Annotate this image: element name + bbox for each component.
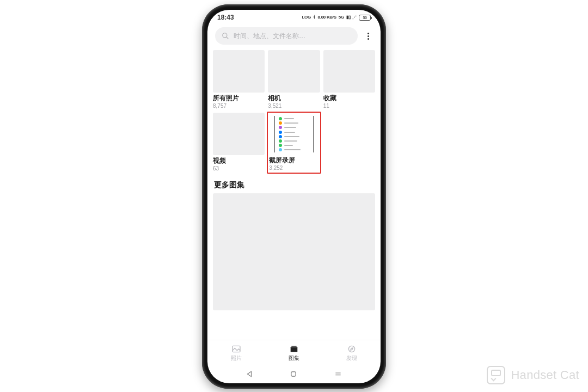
- svg-point-0: [223, 33, 227, 38]
- mini-text-line: [284, 149, 301, 150]
- mini-dot-icon: [279, 126, 282, 129]
- status-band: LOG: [302, 15, 310, 20]
- svg-point-5: [348, 346, 354, 352]
- album-thumb: [323, 50, 375, 93]
- mini-dot-icon: [279, 148, 282, 151]
- tab-label: 照片: [231, 354, 242, 362]
- wifi-icon: ⋰: [352, 15, 357, 20]
- nav-home-icon[interactable]: [290, 370, 297, 378]
- more-albums-block[interactable]: [213, 193, 375, 310]
- content-area: 所有照片 8,757 相机 3,521 收藏 11 视频: [207, 50, 381, 340]
- mini-dot-icon: [279, 121, 282, 125]
- tab-bar: 照片 图集 发现: [207, 340, 381, 367]
- album-count: 8,757: [213, 103, 265, 109]
- mini-text-line: [284, 122, 298, 124]
- search-input[interactable]: 时间、地点、文件名称…: [215, 27, 358, 45]
- album-grid-1: 所有照片 8,757 相机 3,521 收藏 11: [213, 50, 375, 109]
- album-thumb: [213, 113, 265, 155]
- signal-bars-icon: ▮▯: [346, 15, 350, 20]
- tab-label: 发现: [346, 354, 357, 362]
- discover-icon: [347, 345, 357, 353]
- watermark-text: Handset Cat: [511, 368, 579, 382]
- tab-discover[interactable]: 发现: [323, 340, 381, 367]
- svg-rect-3: [291, 347, 298, 352]
- mini-text-line: [284, 140, 297, 142]
- mini-list-row: [279, 126, 309, 129]
- album-screenshots[interactable]: 截屏录屏 3,252: [267, 112, 321, 174]
- album-title: 截屏录屏: [269, 156, 318, 165]
- mini-text-line: [284, 136, 299, 137]
- battery-icon: 50: [359, 15, 371, 21]
- mini-dot-icon: [279, 139, 282, 143]
- album-all-photos[interactable]: 所有照片 8,757: [213, 50, 265, 109]
- album-count: 3,252: [269, 165, 318, 171]
- mini-dot-icon: [279, 135, 282, 138]
- search-placeholder: 时间、地点、文件名称…: [234, 32, 305, 41]
- nav-back-icon[interactable]: [246, 370, 253, 378]
- mini-text-line: [284, 118, 294, 119]
- mini-dot-icon: [279, 131, 282, 134]
- status-signal: 5G: [339, 15, 344, 20]
- mini-dot-icon: [279, 144, 282, 147]
- more-options-button[interactable]: [363, 33, 373, 40]
- album-camera[interactable]: 相机 3,521: [268, 50, 320, 109]
- albums-icon: [289, 345, 299, 353]
- mini-list-row: [279, 135, 309, 138]
- album-thumb: [268, 50, 320, 93]
- photos-icon: [231, 345, 241, 353]
- tab-albums[interactable]: 图集: [265, 340, 323, 367]
- tab-label: 图集: [289, 354, 299, 362]
- mini-text-line: [284, 145, 293, 146]
- album-count: 3,521: [268, 103, 320, 109]
- album-screenshots-thumb: [269, 114, 318, 155]
- album-title: 收藏: [323, 94, 375, 103]
- mini-list-row: [279, 131, 309, 134]
- svg-rect-6: [291, 372, 296, 376]
- album-thumb: [213, 50, 265, 93]
- status-bar: 18:43 LOG ᚼ 8.00 KB/S 5G ▮▯ ⋰ 50: [207, 10, 381, 25]
- svg-line-1: [226, 37, 229, 39]
- more-albums-heading: 更多图集: [214, 180, 374, 190]
- nav-recents-icon[interactable]: [334, 370, 342, 378]
- mini-text-line: [284, 132, 295, 133]
- album-title: 相机: [268, 94, 320, 103]
- mini-dot-icon: [279, 117, 282, 120]
- phone-frame: 18:43 LOG ᚼ 8.00 KB/S 5G ▮▯ ⋰ 50 时间、地点、文…: [202, 4, 386, 389]
- status-time: 18:43: [217, 14, 234, 21]
- mini-list-row: [279, 139, 309, 143]
- album-videos[interactable]: 视频 63: [213, 113, 265, 173]
- phone-screen: 18:43 LOG ᚼ 8.00 KB/S 5G ▮▯ ⋰ 50 时间、地点、文…: [207, 10, 381, 383]
- album-count: 63: [213, 166, 265, 172]
- mini-list-row: [279, 121, 309, 125]
- album-count: 11: [323, 103, 375, 109]
- status-right: LOG ᚼ 8.00 KB/S 5G ▮▯ ⋰ 50: [302, 15, 371, 21]
- search-icon: [222, 32, 229, 40]
- svg-rect-4: [291, 346, 297, 346]
- album-title: 所有照片: [213, 94, 265, 103]
- watermark: Handset Cat: [487, 366, 579, 384]
- bluetooth-icon: ᚼ: [313, 15, 316, 20]
- search-row: 时间、地点、文件名称…: [207, 25, 381, 50]
- album-favorites[interactable]: 收藏 11: [323, 50, 375, 109]
- watermark-icon: [487, 366, 505, 384]
- tab-photos[interactable]: 照片: [207, 340, 265, 367]
- mini-list-row: [279, 148, 309, 151]
- mini-list-row: [279, 144, 309, 147]
- album-title: 视频: [213, 156, 265, 166]
- mini-list-row: [279, 117, 309, 120]
- album-grid-2: 视频 63 截屏录屏 3,252: [213, 113, 375, 173]
- mini-text-line: [284, 127, 296, 128]
- status-net: 8.00 KB/S: [318, 15, 336, 20]
- system-nav-bar: [207, 367, 381, 383]
